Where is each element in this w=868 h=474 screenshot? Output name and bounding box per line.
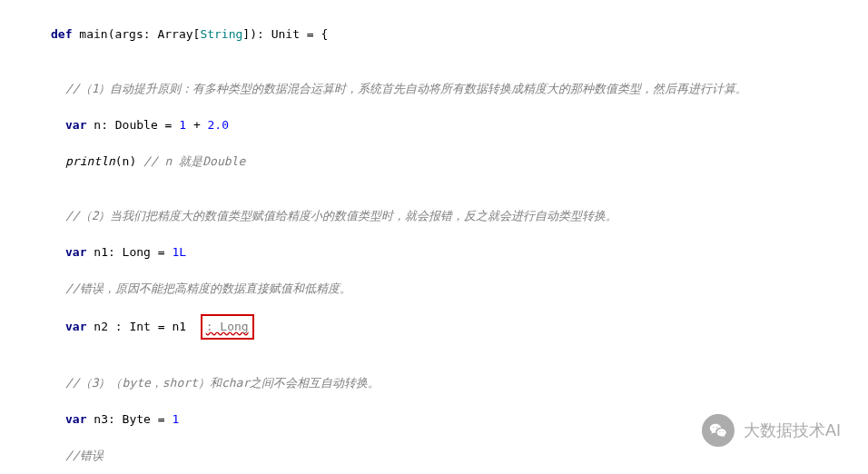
var-decl-error: var n2 : Int = n1 : Long (11, 316, 868, 338)
method-signature: def main(args: Array[String]): Unit = { (11, 25, 868, 44)
code-editor[interactable]: def main(args: Array[String]): Unit = { … (11, 7, 868, 474)
comment-line: //错误，原因不能把高精度的数据直接赋值和低精度。 (11, 280, 868, 298)
println-call: println(n) // n 就是Double (11, 153, 868, 171)
string-type: String (200, 27, 242, 41)
comment-line: //错误 (11, 447, 868, 465)
var-decl: var n1: Long = 1L (11, 243, 868, 262)
comment-line: //（2）当我们把精度大的数值类型赋值给精度小的数值类型时，就会报错，反之就会进… (11, 207, 868, 225)
var-decl: var n: Double = 1 + 2.0 (11, 116, 868, 134)
watermark: 大数据技术AI (702, 414, 841, 447)
error-highlight: : Long (201, 314, 254, 340)
comment-line: //（1）自动提升原则：有多种类型的数据混合运算时，系统首先自动将所有数据转换成… (11, 80, 868, 98)
def-keyword: def (51, 27, 72, 41)
watermark-text: 大数据技术AI (744, 421, 841, 439)
comment-line: //（3）（byte，short）和char之间不会相互自动转换。 (11, 374, 868, 392)
wechat-icon (702, 414, 735, 447)
